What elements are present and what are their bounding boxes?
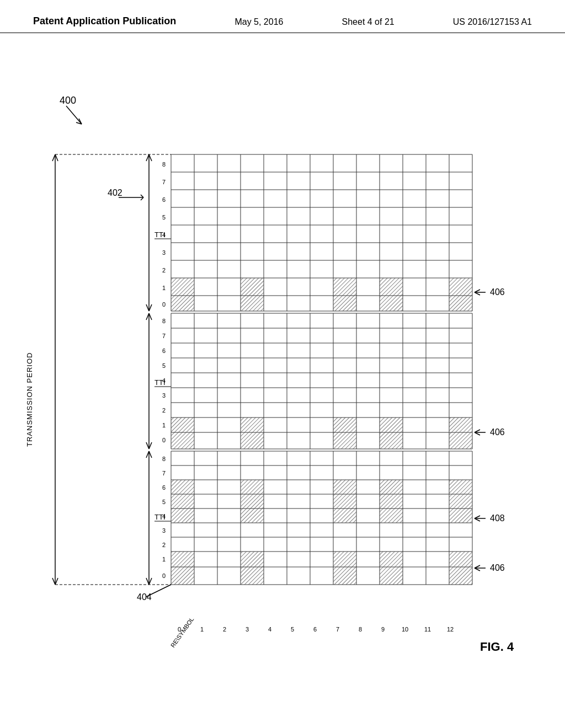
svg-rect-183 [380,567,403,585]
svg-text:4: 4 [268,626,271,633]
label-406-3: 406 [490,563,505,572]
svg-text:8: 8 [359,626,362,633]
svg-line-50 [475,432,480,435]
svg-text:0: 0 [178,626,181,633]
svg-rect-137 [333,417,356,432]
svg-rect-139 [380,417,403,432]
svg-line-26 [146,451,149,458]
svg-rect-199 [449,494,472,508]
svg-line-16 [146,304,149,311]
svg-line-28 [146,578,149,585]
svg-line-10 [55,578,58,585]
svg-text:3: 3 [162,392,166,399]
svg-rect-179 [241,567,264,585]
svg-rect-187 [171,494,194,508]
grid-section-1: 8 7 6 5 4 3 2 1 0 [162,154,472,311]
svg-text:0: 0 [162,437,166,443]
svg-text:1: 1 [162,285,166,291]
transmission-period-label: TRANSMISSION PERIOD [25,352,34,447]
grid-section-3: 8 7 6 5 4 3 2 1 0 [162,451,472,585]
svg-text:7: 7 [162,333,166,339]
svg-text:1: 1 [162,556,166,563]
svg-line-0 [66,106,82,124]
svg-line-23 [149,442,152,449]
svg-rect-94 [333,278,356,296]
svg-rect-188 [171,508,194,523]
svg-rect-98 [449,278,472,296]
re-symbol-label: RE\SYMBOL [169,616,195,649]
svg-rect-134 [171,432,194,449]
svg-rect-182 [380,552,403,567]
tti-label-2: TTI [154,378,166,387]
svg-line-15 [149,154,152,161]
svg-line-55 [475,565,480,568]
svg-rect-200 [449,508,472,523]
svg-line-27 [149,451,152,458]
svg-rect-141 [449,417,472,432]
svg-text:7: 7 [162,470,166,477]
svg-rect-180 [333,552,356,567]
svg-rect-97 [380,296,403,311]
svg-line-21 [149,313,152,320]
diagram-svg: 400 402 TRANSMISSION PERIOD TTI [0,33,565,717]
svg-text:7: 7 [162,179,166,185]
svg-text:5: 5 [291,626,294,633]
grid-section-2: 8 7 6 5 4 3 2 1 0 [162,313,472,449]
svg-text:3: 3 [246,626,249,633]
svg-rect-181 [333,567,356,585]
svg-text:1: 1 [162,422,166,429]
label-406-2: 406 [490,427,505,437]
publication-date: May 5, 2016 [234,17,283,27]
svg-line-1 [79,119,82,124]
page-header: Patent Application Publication May 5, 20… [0,0,565,33]
svg-rect-96 [380,278,403,296]
label-402: 402 [108,188,122,197]
svg-rect-135 [241,417,264,432]
publication-title: Patent Application Publication [33,15,176,27]
svg-rect-185 [449,567,472,585]
svg-rect-184 [449,552,472,567]
svg-rect-90 [171,278,194,296]
svg-line-5 [141,197,143,200]
fig4-label: FIG. 4 [480,640,514,654]
svg-rect-197 [380,508,403,523]
svg-rect-176 [171,552,194,567]
svg-line-17 [149,304,152,311]
svg-line-8 [55,154,58,161]
svg-text:6: 6 [162,484,166,491]
tti-label-1: TTI [154,231,166,239]
svg-rect-178 [241,552,264,567]
label-406-1: 406 [490,287,505,297]
svg-text:3: 3 [162,249,166,256]
svg-text:5: 5 [162,362,166,369]
main-content: 400 402 TRANSMISSION PERIOD TTI [0,33,565,717]
svg-text:0: 0 [162,301,166,308]
svg-line-29 [149,578,152,585]
svg-rect-186 [171,480,194,494]
svg-rect-92 [241,278,264,296]
svg-text:2: 2 [162,407,166,414]
svg-line-2 [76,122,82,124]
svg-line-22 [146,442,149,449]
svg-text:3: 3 [162,527,166,534]
svg-text:10: 10 [402,626,408,633]
svg-text:8: 8 [162,456,166,462]
svg-text:1: 1 [200,626,204,633]
patent-number: US 2016/127153 A1 [453,17,532,27]
svg-rect-195 [380,480,403,494]
svg-rect-91 [171,296,194,311]
svg-line-4 [141,195,143,197]
svg-rect-140 [380,432,403,449]
svg-text:2: 2 [162,267,166,274]
svg-rect-133 [171,417,194,432]
svg-text:2: 2 [223,626,226,633]
svg-text:4: 4 [162,232,166,238]
svg-line-46 [475,290,480,292]
svg-text:5: 5 [162,499,166,505]
svg-text:8: 8 [162,161,166,168]
svg-rect-142 [449,432,472,449]
svg-line-53 [475,518,480,521]
label-408: 408 [490,513,505,523]
svg-line-14 [146,154,149,161]
svg-rect-198 [449,480,472,494]
